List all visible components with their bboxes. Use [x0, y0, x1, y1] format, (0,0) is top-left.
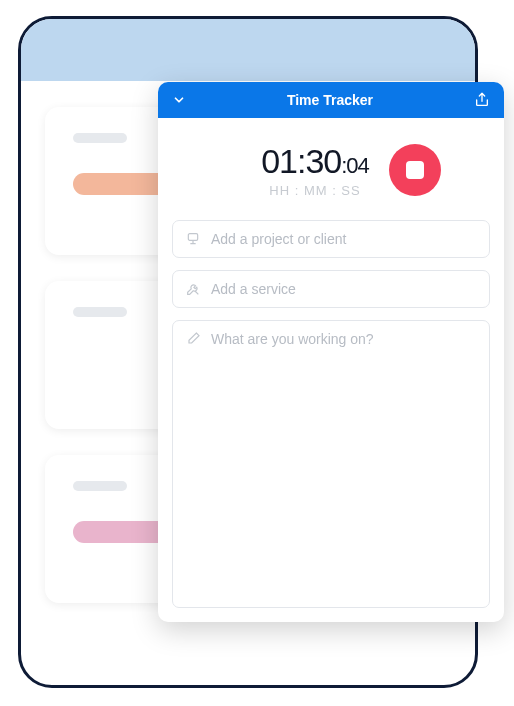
tracker-title: Time Tracker — [186, 92, 474, 108]
timer-display: 01:30:04 HH : MM : SS — [261, 142, 369, 198]
service-icon — [185, 281, 201, 297]
timer-value: 01:30:04 — [261, 142, 369, 181]
stop-icon — [406, 161, 424, 179]
tracker-body — [158, 204, 504, 622]
placeholder-line — [73, 481, 127, 491]
placeholder-line — [73, 133, 127, 143]
note-field[interactable] — [172, 320, 490, 608]
project-icon — [185, 231, 201, 247]
placeholder-line — [73, 307, 127, 317]
note-input[interactable] — [211, 331, 477, 363]
project-field[interactable] — [172, 220, 490, 258]
tracker-header: Time Tracker — [158, 82, 504, 118]
share-icon[interactable] — [474, 92, 490, 108]
svg-line-4 — [195, 291, 198, 294]
svg-rect-1 — [188, 234, 197, 241]
timer-ss: :04 — [341, 153, 369, 178]
pencil-icon — [185, 331, 201, 347]
timer-hhmm: 01:30 — [261, 142, 341, 180]
chevron-down-icon[interactable] — [172, 93, 186, 107]
service-field[interactable] — [172, 270, 490, 308]
timer-hint: HH : MM : SS — [261, 183, 369, 198]
time-tracker-panel: Time Tracker 01:30:04 HH : MM : SS — [158, 82, 504, 622]
project-input[interactable] — [211, 231, 477, 247]
timer-row: 01:30:04 HH : MM : SS — [158, 118, 504, 204]
service-input[interactable] — [211, 281, 477, 297]
stop-button[interactable] — [389, 144, 441, 196]
background-header — [21, 19, 475, 81]
